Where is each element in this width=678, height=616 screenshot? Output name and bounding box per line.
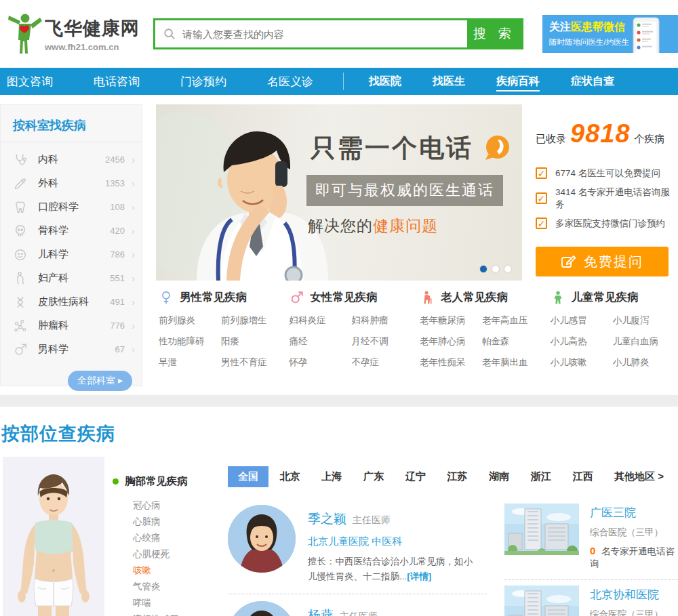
- disease-link[interactable]: 老年糖尿病: [420, 314, 479, 327]
- disease-link[interactable]: 月经不调: [352, 335, 418, 348]
- banner-line3-highlight: 健康问题: [373, 217, 438, 234]
- hospital-photo[interactable]: [504, 504, 579, 555]
- promo-banner[interactable]: 只需一个电话 即可与最权威的医生通话 解决您的健康问题: [156, 104, 522, 281]
- site-logo[interactable]: 飞华健康网 www.fh21.com.cn: [0, 13, 144, 55]
- disease-link[interactable]: 妇科炎症: [290, 314, 349, 327]
- region-tab[interactable]: 其他地区 >: [604, 466, 674, 487]
- nav-item[interactable]: 疾病百科: [481, 75, 555, 89]
- chest-disease-item[interactable]: 哮喘: [133, 597, 224, 613]
- hospital-photo[interactable]: [504, 586, 579, 616]
- disease-category-column: 男性常见疾病 前列腺炎前列腺增生性功能障碍阳痿早泄男性不育症: [156, 290, 287, 369]
- department-count: 108: [110, 202, 125, 212]
- detail-link[interactable]: [详情]: [407, 571, 431, 581]
- wechat-line2: 随时随地问医生/约医生: [549, 37, 629, 47]
- feature-check-text: 6774 名医生可以免费提问: [555, 167, 660, 180]
- sidebar-department-item[interactable]: 男科学 67 ›: [1, 337, 142, 361]
- chevron-right-icon: ›: [132, 178, 135, 189]
- disease-link[interactable]: 怀孕: [290, 356, 349, 369]
- region-tab[interactable]: 广东: [353, 466, 394, 487]
- chest-disease-item[interactable]: 心脏病: [133, 516, 224, 532]
- disease-link[interactable]: 痛经: [290, 335, 349, 348]
- nav-item[interactable]: 名医义诊: [247, 74, 334, 89]
- chest-disease-item[interactable]: 冠心病: [133, 499, 224, 516]
- sidebar-department-item[interactable]: 皮肤性病科 491 ›: [1, 290, 142, 314]
- chevron-right-icon: ›: [132, 344, 135, 355]
- sidebar-department-item[interactable]: 肿瘤科 776 ›: [1, 314, 142, 337]
- pencil-icon: [561, 254, 576, 269]
- doctor-card[interactable]: 季之颖主任医师 北京儿童医院 中医科 擅长：中西医结合诊治小儿常见病，如小儿慢性…: [228, 498, 487, 594]
- chevron-right-icon: ›: [132, 296, 135, 308]
- category-header: 老人常见疾病: [420, 290, 548, 305]
- nav-item[interactable]: 电话咨询: [73, 74, 160, 89]
- feature-check-item: ✓3414 名专家开通电话咨询服务: [536, 186, 678, 211]
- nav-divider: [343, 73, 344, 90]
- body-illustration[interactable]: [0, 457, 103, 616]
- search-button[interactable]: 搜 索: [467, 20, 521, 47]
- sidebar-department-item[interactable]: 妇产科 551 ›: [1, 266, 142, 290]
- doctor-avatar[interactable]: [228, 601, 296, 616]
- sidebar-department-item[interactable]: 口腔科学 108 ›: [1, 195, 142, 219]
- disease-link[interactable]: 男性不育症: [221, 356, 287, 369]
- nav-item[interactable]: 门诊预约: [160, 74, 247, 89]
- sidebar-department-item[interactable]: 内科 2456 ›: [1, 148, 142, 171]
- bodypart-title: 按部位查疾病: [1, 422, 678, 446]
- nav-item[interactable]: 图文咨询: [0, 74, 73, 89]
- disease-link[interactable]: 小儿高热: [551, 335, 610, 348]
- disease-link[interactable]: 前列腺增生: [221, 314, 287, 327]
- hospital-card[interactable]: 北京协和医院 综合医院（三甲） 70 名专家开通电话咨询: [504, 580, 678, 616]
- free-ask-button[interactable]: 免费提问: [536, 247, 669, 276]
- disease-link[interactable]: 小儿咳嗽: [551, 356, 610, 369]
- sidebar-department-item[interactable]: 儿科学 786 ›: [1, 243, 142, 266]
- disease-link[interactable]: 老年性痴呆: [420, 356, 479, 369]
- region-tab[interactable]: 江苏: [437, 466, 477, 487]
- nav-item[interactable]: 找医院: [353, 75, 417, 89]
- carousel-dot[interactable]: [504, 266, 511, 272]
- chest-disease-list: 冠心病 心脏病 心绞痛 心肌梗死 咳嗽 气管炎 哮喘 流行性感冒 心律失常: [133, 499, 224, 616]
- chest-disease-item[interactable]: 流行性感冒: [133, 613, 224, 616]
- disease-link[interactable]: 前列腺炎: [159, 314, 218, 327]
- wechat-banner[interactable]: 关注医患帮微信 随时随地问医生/约医生: [542, 15, 678, 53]
- banner-headline: 只需一个电话: [311, 131, 511, 165]
- disease-link[interactable]: 老年脑出血: [482, 356, 548, 369]
- carousel-dot[interactable]: [492, 266, 499, 272]
- disease-link[interactable]: 小儿肺炎: [613, 356, 678, 369]
- chest-disease-item[interactable]: 咳嗽: [133, 564, 224, 581]
- doctor-avatar[interactable]: [228, 505, 296, 573]
- nav-item[interactable]: 症状自查: [555, 75, 630, 89]
- chest-disease-item[interactable]: 心绞痛: [133, 532, 224, 548]
- region-tab[interactable]: 湖南: [479, 466, 519, 487]
- disease-link[interactable]: 妇科肿瘤: [352, 314, 418, 327]
- chest-disease-item[interactable]: 气管炎: [133, 581, 224, 597]
- disease-link[interactable]: 老年高血压: [482, 314, 548, 327]
- chest-disease-panel: 胸部常见疾病 冠心病 心脏病 心绞痛 心肌梗死 咳嗽 气管炎 哮喘 流行性感冒 …: [103, 457, 224, 616]
- carousel-dot[interactable]: [480, 266, 487, 272]
- search-input[interactable]: [155, 20, 467, 47]
- bodypart-section: 按部位查疾病: [0, 407, 678, 616]
- disease-link[interactable]: 帕金森: [482, 335, 548, 348]
- disease-link[interactable]: 性功能障碍: [159, 335, 218, 348]
- disease-link[interactable]: 不孕症: [352, 356, 418, 369]
- sidebar-department-item[interactable]: 骨科学 420 ›: [1, 219, 142, 243]
- region-tab[interactable]: 浙江: [521, 466, 561, 487]
- chest-disease-item[interactable]: 心肌梗死: [133, 548, 224, 564]
- disease-link[interactable]: 早泄: [159, 356, 218, 369]
- male-icon: [13, 342, 28, 357]
- all-departments-button[interactable]: 全部科室 ▸: [68, 371, 132, 391]
- site-url: www.fh21.com.cn: [45, 42, 140, 52]
- nav-item[interactable]: 找医生: [417, 75, 481, 89]
- disease-link[interactable]: 阳痿: [221, 335, 287, 348]
- region-tab[interactable]: 上海: [311, 466, 352, 487]
- region-tab[interactable]: 北京: [270, 466, 311, 487]
- disease-link[interactable]: 老年肺心病: [420, 335, 479, 348]
- sidebar-department-item[interactable]: 外科 1353 ›: [1, 171, 142, 195]
- region-tab[interactable]: 全国: [228, 466, 268, 487]
- disease-link[interactable]: 儿童白血病: [613, 335, 678, 348]
- hospital-card[interactable]: 广医三院 综合医院（三甲） 0 名专家开通电话咨询: [504, 498, 678, 579]
- disease-link[interactable]: 小儿感冒: [551, 314, 610, 327]
- region-tab[interactable]: 辽宁: [395, 466, 436, 487]
- chevron-right-icon: ›: [132, 272, 135, 284]
- region-tab[interactable]: 江西: [562, 466, 603, 487]
- doctor-card[interactable]: 杨燕主任医师 北京儿童医院 中医科: [228, 594, 487, 616]
- logo-person-heart-icon: [5, 13, 43, 55]
- disease-link[interactable]: 小儿腹泻: [613, 314, 678, 327]
